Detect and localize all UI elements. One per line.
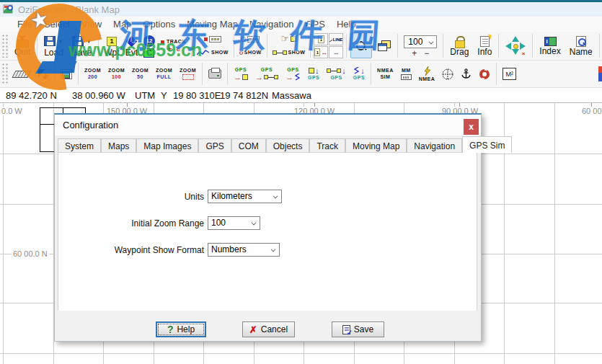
- waypoint-show-format-combobox[interactable]: Numbers: [208, 243, 280, 257]
- track-control-button[interactable]: TRACK +o: [158, 32, 189, 60]
- ruler-range-button[interactable]: ↔: [329, 46, 343, 58]
- map-longitude-label: 60 00: [580, 107, 602, 115]
- track-squiggle-icon: [353, 67, 360, 74]
- tab-objects[interactable]: Objects: [266, 138, 310, 152]
- get-waypoints-gps-button[interactable]: ↓GPS: [304, 61, 323, 87]
- wpt-range-button[interactable]: 1↔: [314, 46, 328, 58]
- show-waypoints-button[interactable]: SHOW: [236, 32, 265, 60]
- distance-button[interactable]: [10, 61, 33, 87]
- menu-item-gps[interactable]: GPS: [299, 17, 330, 31]
- map-gridline: [0, 353, 602, 354]
- dialog-titlebar[interactable]: Configuration: [55, 115, 481, 136]
- track-wave-icon: [197, 50, 210, 56]
- initial-zoom-range-combobox[interactable]: 100: [208, 216, 260, 230]
- position-button[interactable]: [438, 61, 457, 87]
- tab-maps[interactable]: Maps: [101, 138, 136, 152]
- zoom-50-button[interactable]: ZOOM50: [128, 61, 152, 87]
- zoom-200-button[interactable]: ZOOM200: [81, 61, 105, 87]
- units-combobox[interactable]: Kilometers: [208, 190, 282, 203]
- send-routes-gps-button[interactable]: GPS→: [252, 61, 282, 87]
- menu-item-view[interactable]: View: [76, 17, 107, 31]
- toolbar-grip[interactable]: [1, 63, 9, 85]
- chevron-down-icon: [252, 221, 257, 226]
- tab-system[interactable]: System: [58, 138, 101, 152]
- menu-item-file[interactable]: File: [12, 17, 38, 31]
- zoom-level-combobox[interactable]: 100: [404, 35, 437, 48]
- menu-item-moving-map[interactable]: Moving Map: [181, 17, 244, 31]
- dialog-close-button[interactable]: x: [464, 119, 479, 135]
- map-latitude-label: 60 00.0 N: [12, 249, 49, 258]
- toolbar-separator: [443, 34, 443, 58]
- show-routes-button[interactable]: ☞ SHOW: [270, 32, 309, 60]
- status-zone: Y: [161, 90, 167, 101]
- map-scale-button[interactable]: M²: [499, 61, 520, 87]
- quit-button[interactable]: Quit: [10, 32, 35, 60]
- load-button[interactable]: ▼ Load: [40, 32, 68, 60]
- track-squiggle-icon: [294, 74, 301, 81]
- cancel-button[interactable]: ✗Cancel: [242, 321, 295, 337]
- printer-icon: [208, 69, 221, 79]
- moving-map-button[interactable]: MM: [397, 61, 415, 87]
- name-search-button[interactable]: Name: [565, 32, 597, 60]
- toolbar-separator: [532, 34, 533, 58]
- pointing-hand-icon: ☞: [281, 35, 290, 43]
- globe-icon: [442, 68, 453, 80]
- tab-track[interactable]: Track: [309, 138, 345, 152]
- menu-item-help[interactable]: Help: [331, 17, 362, 31]
- tab-navigation[interactable]: Navigation: [407, 138, 462, 152]
- anchor-alarm-button[interactable]: [457, 61, 475, 87]
- comment-icon: C: [143, 48, 154, 58]
- pan-control[interactable]: ×: [501, 32, 530, 60]
- get-routes-gps-button[interactable]: ↓GPS: [323, 61, 350, 87]
- tab-moving-map[interactable]: Moving Map: [345, 138, 407, 152]
- zoom-window-button[interactable]: ZOOM: [176, 61, 200, 87]
- tab-com[interactable]: COM: [231, 138, 266, 152]
- drag-mode-button[interactable]: Drag: [446, 32, 473, 60]
- line-tool-button[interactable]: LINE: [329, 33, 343, 45]
- map-area[interactable]: 0.0 W 150 00.0 W 120 00.0 W 90 00.0 W 60…: [0, 103, 602, 364]
- secondary-toolbar: ZOOM200 ZOOM100 ZOOM50 ZOOMFULL ZOOM GPS…: [0, 61, 602, 88]
- toolbar-grip[interactable]: [1, 34, 9, 58]
- menu-item-select[interactable]: Select: [38, 17, 76, 31]
- waypoint-icon: 1: [107, 37, 117, 46]
- route-line-icon: [273, 50, 287, 55]
- app-icon: [3, 4, 14, 14]
- info-button[interactable]: Info: [473, 32, 496, 60]
- track-box-icon: [209, 36, 221, 43]
- tab-gps[interactable]: GPS: [198, 138, 231, 152]
- save-button[interactable]: Save: [332, 321, 384, 337]
- menu-item-map[interactable]: Map: [107, 17, 137, 31]
- nmea-monitor-button[interactable]: NMEA: [415, 61, 439, 87]
- track-bullet-icon: [204, 37, 208, 41]
- map-image-button[interactable]: [57, 61, 76, 87]
- menu-item-navigation[interactable]: Navigation: [244, 17, 299, 31]
- zoom-out-button[interactable]: −: [424, 50, 429, 57]
- gps-setup-button[interactable]: [33, 61, 52, 87]
- magnify-mode-button[interactable]: [350, 33, 372, 58]
- zoom-in-button[interactable]: +: [412, 50, 417, 57]
- zoom-100-button[interactable]: ZOOM100: [105, 61, 128, 87]
- show-track-button[interactable]: SHOW: [194, 32, 231, 60]
- help-button[interactable]: ?Help: [156, 321, 206, 337]
- tab-map-images[interactable]: Map Images: [136, 138, 198, 152]
- print-button[interactable]: [205, 61, 225, 87]
- point-comment-button[interactable]: 12 C: [141, 32, 158, 60]
- tab-gps-sim[interactable]: GPS Sim: [462, 136, 512, 153]
- dropdown-arrow-icon: ▼: [86, 38, 92, 45]
- nmea-simulator-button[interactable]: NMEASIM: [373, 61, 397, 87]
- get-track-gps-button[interactable]: ↓GPS: [350, 61, 368, 87]
- zoom-full-button[interactable]: ZOOMFULL: [152, 61, 176, 87]
- man-overboard-button[interactable]: [475, 61, 494, 87]
- waypoint-button[interactable]: 1 Wpt: [101, 32, 122, 60]
- map-index-button[interactable]: I Index: [535, 32, 565, 60]
- zoom-level-control: 100 +−: [400, 32, 441, 60]
- send-track-gps-button[interactable]: GPS→: [282, 61, 304, 87]
- send-waypoints-gps-button[interactable]: GPS→: [230, 61, 252, 87]
- menu-item-options[interactable]: Options: [137, 17, 181, 31]
- event-button[interactable]: Evt: [123, 32, 141, 60]
- save-button[interactable]: ▼ Save: [68, 32, 96, 60]
- wpt-properties-button[interactable]: 1: [314, 33, 328, 45]
- cascade-windows-button[interactable]: [373, 32, 395, 60]
- pointer-tool-icon: [37, 68, 48, 80]
- clipped-toolbar-button[interactable]: [598, 66, 602, 81]
